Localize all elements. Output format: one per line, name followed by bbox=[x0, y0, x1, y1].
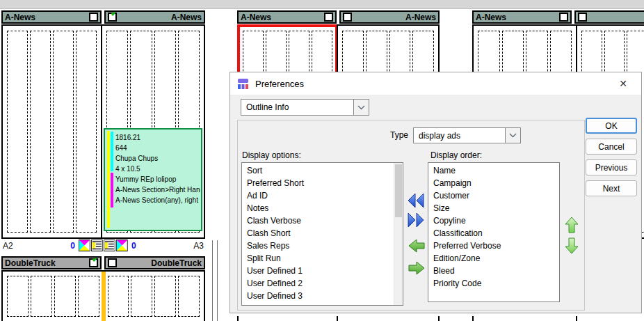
page-titlebar[interactable]: ✓ A-News bbox=[339, 10, 440, 24]
page-a3[interactable]: 1816.21644Chupa Chups4 x 10.5Yummy REp l… bbox=[101, 24, 205, 239]
move-all-left-button[interactable] bbox=[407, 193, 425, 208]
column-guide bbox=[154, 276, 176, 317]
page-title: DoubleTruck bbox=[151, 258, 202, 268]
doubletruck-page[interactable] bbox=[1, 270, 205, 321]
list-item[interactable]: Notes bbox=[242, 202, 394, 214]
type-label: Type bbox=[356, 130, 408, 140]
list-item: A-News Section>Right Hand bbox=[115, 185, 200, 195]
outline-info-group: Type display ads Display options: SortPr… bbox=[237, 120, 585, 311]
page bbox=[337, 316, 440, 321]
list-item[interactable]: Preferred Verbose bbox=[428, 240, 559, 252]
page-titlebar-doubletruck-right[interactable]: ✓ DoubleTruck bbox=[104, 256, 205, 269]
display-options-list[interactable]: SortPreferred ShortAd IDNotesClash Verbo… bbox=[241, 162, 403, 306]
preference-category-select[interactable]: Outline Info bbox=[241, 99, 369, 116]
page-titlebar-a3[interactable]: ✓ A-News bbox=[104, 10, 205, 24]
page-checkbox[interactable]: ✓ bbox=[343, 13, 352, 22]
list-item[interactable]: Priority Code bbox=[428, 277, 559, 290]
ad-list-icon[interactable] bbox=[104, 240, 115, 251]
list-item[interactable]: Preferred Short bbox=[242, 177, 394, 189]
column-guide bbox=[131, 276, 152, 317]
list-item[interactable]: Classification bbox=[428, 227, 559, 240]
move-all-right-button[interactable] bbox=[407, 212, 425, 228]
page-checkbox[interactable]: ✓ bbox=[108, 258, 117, 267]
list-item: 1816.21 bbox=[115, 132, 200, 143]
column-guide bbox=[7, 31, 28, 233]
list-item: 644 bbox=[115, 143, 200, 153]
ad-block[interactable]: 1816.21644Chupa Chups4 x 10.5Yummy REp l… bbox=[104, 128, 202, 231]
color-quad-icon[interactable] bbox=[116, 240, 128, 251]
page-title: A-News bbox=[405, 13, 436, 22]
list-item[interactable]: Size bbox=[428, 202, 559, 214]
page-titlebar[interactable]: A-News ✓ bbox=[472, 10, 572, 24]
list-item[interactable]: Ad ID bbox=[242, 189, 394, 202]
page-titlebar[interactable]: ✓ bbox=[574, 10, 644, 24]
list-item[interactable]: Campaign bbox=[428, 177, 559, 189]
check-icon: ✓ bbox=[110, 10, 119, 19]
next-button[interactable]: Next bbox=[586, 180, 637, 196]
page-checkbox[interactable]: ✓ bbox=[578, 13, 587, 22]
list-item[interactable]: User Defined 1 bbox=[242, 265, 394, 277]
top-window-strip bbox=[0, 0, 644, 9]
column-guide bbox=[53, 31, 74, 233]
list-item[interactable]: Split Run bbox=[242, 252, 394, 265]
left-ad-count: 0 bbox=[70, 241, 75, 251]
page-checkbox[interactable]: ✓ bbox=[559, 13, 568, 22]
list-item: Chupa Chups bbox=[115, 153, 200, 164]
chevron-down-icon bbox=[353, 100, 369, 115]
spread-doubletruck: DoubleTruck ✓ ✓ DoubleTruck bbox=[1, 256, 205, 321]
move-down-button[interactable] bbox=[564, 237, 579, 255]
ad-list-icon[interactable] bbox=[91, 240, 103, 251]
covered-spread-sliver bbox=[472, 316, 644, 321]
page-checkbox[interactable]: ✓ bbox=[108, 13, 117, 22]
list-item[interactable]: User Defined 4 bbox=[242, 302, 394, 306]
page-number-a2: A2 bbox=[3, 241, 13, 251]
list-item[interactable]: User Defined 2 bbox=[242, 277, 394, 290]
page-titlebar-doubletruck-left[interactable]: DoubleTruck ✓ bbox=[1, 256, 102, 269]
check-icon: ✓ bbox=[91, 256, 100, 265]
list-item[interactable]: Clash Short bbox=[242, 227, 394, 240]
page-checkbox[interactable]: ✓ bbox=[89, 13, 98, 22]
list-item[interactable]: Customer bbox=[428, 189, 559, 202]
previous-button[interactable]: Previous bbox=[586, 159, 637, 175]
page-titlebar-a2[interactable]: A-News ✓ bbox=[1, 10, 102, 24]
column-guide bbox=[30, 31, 51, 233]
page-number-a3: A3 bbox=[193, 241, 204, 251]
display-order-list[interactable]: NameCampaignCustomerSizeCopylineClassifi… bbox=[428, 162, 560, 302]
list-item[interactable]: Sales Reps bbox=[242, 240, 394, 252]
list-item[interactable]: Bleed bbox=[428, 265, 559, 277]
column-guide bbox=[31, 276, 52, 317]
page-titlebar[interactable]: A-News ✓ bbox=[237, 10, 337, 24]
page bbox=[237, 316, 338, 321]
type-select[interactable]: display ads bbox=[413, 127, 521, 143]
cancel-button[interactable]: Cancel bbox=[586, 139, 637, 155]
list-item[interactable]: Copyline bbox=[428, 214, 559, 227]
close-button[interactable]: ✕ bbox=[612, 78, 634, 89]
list-item: Yummy REp lolipop bbox=[115, 174, 200, 185]
scrollbar[interactable] bbox=[394, 163, 403, 305]
move-right-button[interactable] bbox=[408, 260, 426, 276]
color-quad-icon[interactable] bbox=[79, 240, 90, 251]
chevron-down-icon bbox=[505, 128, 520, 143]
spread-top-left: A-News ✓ ✓ A-News 1816.21644Chupa Chups4… bbox=[1, 10, 205, 239]
window-edge-lines bbox=[212, 240, 218, 321]
list-item: A-News Section(any), right p bbox=[115, 195, 200, 205]
list-item[interactable]: Edition/Zone bbox=[428, 252, 559, 265]
page-checkbox[interactable]: ✓ bbox=[89, 258, 98, 267]
move-left-button[interactable] bbox=[408, 238, 426, 253]
page-checkbox[interactable]: ✓ bbox=[324, 13, 333, 22]
list-item[interactable]: Sort bbox=[242, 164, 394, 177]
scrollbar-thumb[interactable] bbox=[395, 164, 402, 217]
dialog-titlebar[interactable]: Preferences ✕ bbox=[230, 72, 641, 95]
list-item[interactable]: Name bbox=[428, 164, 559, 177]
ok-button[interactable]: OK bbox=[586, 118, 637, 134]
list-item[interactable]: User Defined 3 bbox=[242, 290, 394, 302]
page-a2[interactable] bbox=[1, 24, 102, 239]
list-item[interactable]: Clash Verbose bbox=[242, 214, 394, 227]
move-up-button[interactable] bbox=[564, 216, 579, 234]
column-guide bbox=[108, 276, 129, 317]
covered-spread-sliver bbox=[237, 316, 440, 321]
column-guide bbox=[78, 276, 99, 317]
spread-gutter-bar bbox=[102, 272, 106, 321]
page bbox=[576, 316, 644, 321]
page bbox=[472, 316, 577, 321]
